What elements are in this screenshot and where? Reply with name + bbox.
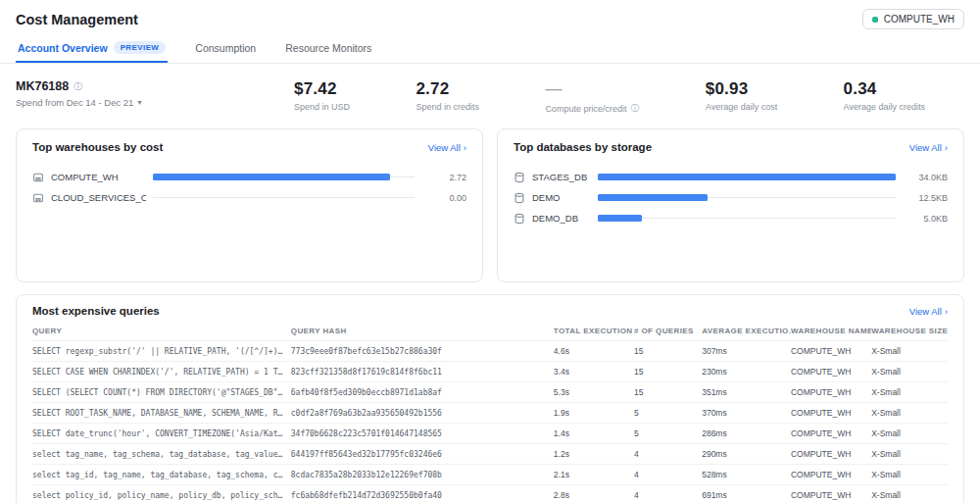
bar-track: [598, 194, 896, 201]
metric-cell: 691ms: [702, 485, 791, 503]
account-block: MK76188 ⓘ Spend from Dec 14 - Dec 21 ▾: [16, 79, 229, 108]
bar-track: [598, 215, 896, 222]
query-hash-cell: c0df2a8f769a63b2aa935650492b1556: [291, 403, 554, 424]
column-header: QUERY: [32, 322, 291, 341]
query-hash-cell: 8cdac7835a28b2033b12e12269ef708b: [291, 465, 554, 485]
metric-label: Average daily cost: [706, 102, 777, 112]
warehouse-icon: [32, 172, 44, 183]
warehouse-selector-button[interactable]: COMPUTE_WH: [862, 9, 964, 29]
top-bar: Cost Management COMPUTE_WH: [16, 0, 964, 33]
table-row[interactable]: select policy_id, policy_name, policy_db…: [32, 485, 948, 503]
column-header: WAREHOUSE SIZE: [871, 322, 948, 341]
chevron-down-icon: ▾: [137, 98, 141, 107]
metric-value: 2.72: [416, 79, 479, 99]
metric-cell: COMPUTE_WH: [791, 465, 871, 485]
query-hash-cell: 773c9eee0f87befc63e15b27c886a30f: [291, 341, 554, 362]
bar-row[interactable]: DEMO_DB5.0KB: [514, 208, 948, 228]
bar-row[interactable]: CLOUD_SERVICES_ONLY0.00: [32, 187, 466, 208]
tab-account-overview[interactable]: Account OverviewPREVIEW: [16, 35, 168, 63]
database-icon: [514, 213, 525, 225]
metric-cell: COMPUTE_WH: [791, 341, 871, 362]
metric-cell: 370ms: [702, 403, 791, 424]
account-id: MK76188: [16, 79, 69, 93]
table-row[interactable]: SELECT regexp_substr('/' || RELATIVE_PAT…: [32, 341, 948, 362]
query-hash-cell: 34f70b6628c223c5701f014647148565: [291, 424, 554, 444]
table-row[interactable]: select tag_name, tag_schema, tag_databas…: [32, 444, 948, 465]
metric-cell: 1.9s: [554, 403, 634, 424]
metric-value: —: [545, 79, 639, 99]
view-all-link[interactable]: View All ›: [428, 142, 466, 153]
metric: 0.34Average daily credits: [844, 79, 925, 115]
bar-row[interactable]: STAGES_DB34.0KB: [514, 167, 948, 187]
database-icon: [514, 172, 525, 183]
bar-row[interactable]: COMPUTE_WH2.72: [32, 167, 466, 187]
tab-bar: Account OverviewPREVIEWConsumptionResour…: [0, 35, 980, 64]
query-text-cell: SELECT ROOT_TASK_NAME, DATABASE_NAME, SC…: [32, 403, 291, 424]
warehouse-selector-label: COMPUTE_WH: [884, 14, 955, 25]
bar-value: 5.0KB: [903, 214, 948, 224]
metric: —Compute price/creditⓘ: [545, 79, 639, 115]
table-row[interactable]: SELECT ROOT_TASK_NAME, DATABASE_NAME, SC…: [32, 403, 948, 424]
metric-cell: X-Small: [871, 424, 948, 444]
query-hash-cell: 6afb40f8f5ed309b0eccb8971d1ab8af: [291, 382, 554, 403]
metric-cell: 15: [634, 362, 702, 382]
metric-cell: 5: [634, 424, 702, 444]
metric-cell: 286ms: [702, 424, 791, 444]
metric-cell: X-Small: [871, 362, 948, 382]
bar-value: 2.72: [421, 173, 466, 182]
cost-management-page: Cost Management COMPUTE_WH Account Overv…: [0, 0, 980, 503]
metric-cell: 1.2s: [554, 444, 634, 465]
metric-cell: COMPUTE_WH: [791, 403, 871, 424]
date-range-selector[interactable]: Spend from Dec 14 - Dec 21 ▾: [16, 97, 229, 108]
warehouse-bar-chart: COMPUTE_WH2.72CLOUD_SERVICES_ONLY0.00: [32, 167, 466, 208]
chevron-right-icon: ›: [945, 142, 948, 153]
tab-resource-monitors[interactable]: Resource Monitors: [283, 35, 373, 63]
query-hash-cell: 644197ff85643ed32b17795fc03246e6: [291, 444, 554, 465]
query-text-cell: SELECT date_trunc('hour', CONVERT_TIMEZO…: [32, 424, 291, 444]
bar-row[interactable]: DEMO12.5KB: [514, 187, 948, 208]
view-all-link[interactable]: View All ›: [909, 306, 948, 317]
metric-cell: COMPUTE_WH: [791, 485, 871, 503]
query-text-cell: SELECT CASE WHEN CHARINDEX('/', RELATIVE…: [32, 362, 291, 382]
metric-cell: 4: [634, 465, 702, 485]
metric-cell: 528ms: [702, 465, 791, 485]
table-row[interactable]: select tag_id, tag_name, tag_database, t…: [32, 465, 948, 485]
metric-cell: 4: [634, 485, 702, 503]
tab-label: Resource Monitors: [285, 42, 371, 54]
bar-label: DEMO: [532, 192, 591, 203]
top-warehouses-panel: Top warehouses by cost View All › COMPUT…: [16, 128, 483, 282]
query-text-cell: SELECT (SELECT COUNT(*) FROM DIRECTORY('…: [32, 382, 291, 403]
most-expensive-queries-panel: Most expensive queries View All › QUERYQ…: [16, 294, 964, 503]
metric-cell: COMPUTE_WH: [791, 382, 871, 403]
bar-label: STAGES_DB: [532, 172, 591, 182]
database-icon: [514, 192, 525, 204]
metric-label: Average daily credits: [844, 102, 925, 112]
metric-cell: 2.1s: [554, 465, 634, 485]
metric-cell: 2.8s: [554, 485, 634, 503]
bar-track: [153, 174, 415, 180]
query-hash-cell: fc6ab68dfefb214d72d3692550b0fa40: [291, 485, 554, 503]
charts-row: Top warehouses by cost View All › COMPUT…: [16, 128, 964, 282]
bar-value: 12.5KB: [903, 193, 948, 203]
table-row[interactable]: SELECT (SELECT COUNT(*) FROM DIRECTORY('…: [32, 382, 948, 403]
panel-title: Most expensive queries: [32, 305, 160, 317]
metric-cell: 3.4s: [554, 362, 634, 382]
metric-cell: X-Small: [871, 403, 948, 424]
info-icon: ⓘ: [74, 80, 82, 93]
metric-value: $7.42: [294, 79, 350, 99]
bar-track: [598, 174, 896, 180]
metric: $7.42Spend in USD: [294, 79, 350, 115]
column-header: AVERAGE EXECUTIO...: [702, 322, 791, 341]
bar-fill: [598, 194, 708, 201]
preview-badge: PREVIEW: [114, 41, 167, 54]
panel-title: Top databases by storage: [514, 141, 652, 153]
query-text-cell: select policy_id, policy_name, policy_db…: [32, 485, 291, 503]
metric-cell: 4: [634, 444, 702, 465]
table-row[interactable]: SELECT date_trunc('hour', CONVERT_TIMEZO…: [32, 424, 948, 444]
bar-track: [153, 194, 415, 201]
tab-consumption[interactable]: Consumption: [193, 35, 258, 63]
bar-value: 0.00: [421, 193, 466, 203]
metric-cell: X-Small: [871, 444, 948, 465]
view-all-link[interactable]: View All ›: [909, 142, 948, 153]
table-row[interactable]: SELECT CASE WHEN CHARINDEX('/', RELATIVE…: [32, 362, 948, 382]
